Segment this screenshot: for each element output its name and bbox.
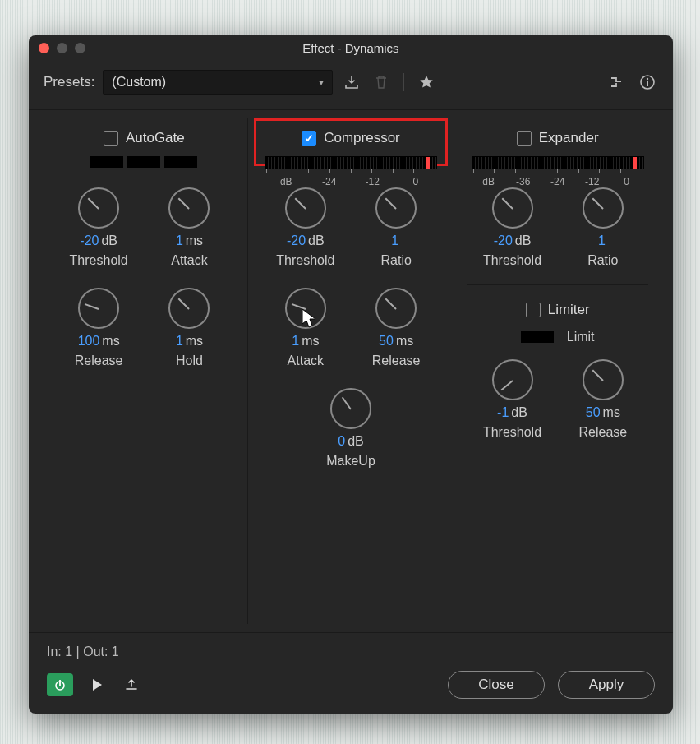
apply-button[interactable]: Apply	[558, 671, 655, 699]
compressor-makeup-knob[interactable]	[330, 388, 371, 429]
compressor-header: Compressor	[260, 125, 442, 156]
footer: In: 1 | Out: 1 Close Apply	[29, 632, 673, 714]
chevron-down-icon: ▾	[319, 76, 324, 88]
titlebar: Effect - Dynamics	[29, 35, 673, 60]
limiter-indicator: Limit	[467, 326, 648, 359]
effect-window: Effect - Dynamics Presets: (Custom) ▾	[29, 35, 673, 714]
autogate-section: AutoGate -20dBThreshold 1msAttack 100msR…	[45, 118, 243, 624]
compressor-title: Compressor	[324, 130, 400, 146]
expander-header: Expander	[467, 125, 648, 156]
svg-point-1	[647, 78, 648, 80]
compressor-meter: dB-24-120	[265, 156, 437, 187]
routing-icon[interactable]	[607, 72, 629, 93]
expander-ratio-knob[interactable]	[583, 187, 624, 229]
presets-value: (Custom)	[112, 75, 166, 90]
limiter-title: Limiter	[548, 302, 590, 318]
presets-dropdown[interactable]: (Custom) ▾	[103, 70, 333, 95]
presets-bar: Presets: (Custom) ▾	[29, 60, 673, 110]
autogate-header: AutoGate	[53, 125, 235, 156]
compressor-release-knob[interactable]	[375, 288, 417, 329]
footer-controls: Close Apply	[47, 671, 655, 699]
autogate-hold-knob[interactable]	[168, 288, 210, 329]
autogate-release-knob[interactable]	[78, 288, 119, 329]
autogate-checkbox[interactable]	[104, 131, 118, 146]
compressor-section: Compressor dB-24-120 -20dBThreshold 1Rat…	[252, 118, 450, 624]
play-icon[interactable]	[86, 674, 108, 695]
compressor-ratio-knob[interactable]	[375, 187, 417, 229]
expander-section: Expander dB-36-24-120 -20dBThreshold 1Ra…	[458, 118, 656, 624]
expander-checkbox[interactable]	[517, 131, 532, 146]
limiter-knobs: -1dBThreshold 50msRelease	[467, 359, 648, 440]
main-panel: AutoGate -20dBThreshold 1msAttack 100msR…	[29, 110, 673, 632]
autogate-knobs: -20dBThreshold 1msAttack 100msRelease 1m…	[53, 187, 235, 368]
expander-meter: dB-36-24-120	[472, 156, 644, 187]
compressor-attack-knob[interactable]	[285, 288, 326, 329]
save-preset-icon[interactable]	[341, 72, 362, 93]
io-status: In: 1 | Out: 1	[47, 645, 655, 659]
limiter-header: Limiter	[467, 284, 648, 326]
limiter-threshold-knob[interactable]	[492, 359, 533, 400]
autogate-title: AutoGate	[126, 130, 185, 146]
compressor-checkbox[interactable]	[302, 131, 316, 146]
autogate-indicator	[90, 156, 197, 168]
limiter-release-knob[interactable]	[583, 359, 624, 400]
limiter-checkbox[interactable]	[526, 303, 541, 317]
close-button[interactable]: Close	[448, 671, 545, 699]
autogate-threshold-knob[interactable]	[78, 187, 119, 229]
svg-rect-2	[647, 81, 648, 86]
favorite-icon[interactable]	[416, 72, 437, 93]
export-icon[interactable]	[121, 674, 142, 695]
expander-title: Expander	[539, 130, 599, 146]
window-title: Effect - Dynamics	[29, 41, 673, 55]
power-toggle[interactable]	[47, 673, 73, 696]
expander-threshold-knob[interactable]	[492, 187, 533, 229]
compressor-threshold-knob[interactable]	[285, 187, 326, 229]
presets-label: Presets:	[44, 74, 94, 90]
delete-preset-icon[interactable]	[371, 72, 392, 93]
info-icon[interactable]	[637, 72, 658, 93]
compressor-knobs: -20dBThreshold 1Ratio 1msAttack 50msRele…	[260, 187, 442, 469]
expander-knobs: -20dBThreshold 1Ratio	[467, 187, 648, 268]
autogate-attack-knob[interactable]	[168, 187, 210, 229]
